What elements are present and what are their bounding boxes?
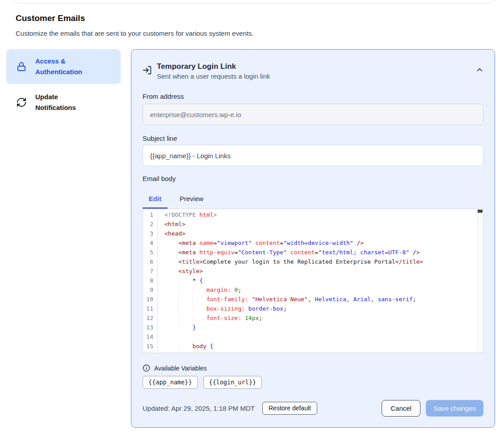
login-icon (143, 65, 152, 75)
cancel-button[interactable]: Cancel (382, 400, 420, 417)
email-settings-panel: Temporary Login Link Sent when a user re… (131, 49, 495, 428)
panel-title: Temporary Login Link (157, 61, 270, 72)
available-variables-label: Available Variables (154, 365, 207, 372)
sidebar-item-label: Update Notifications (35, 92, 98, 113)
subject-line-label: Subject line (143, 135, 483, 143)
from-address-input[interactable] (143, 104, 483, 125)
sidebar-item-label: Access & Authentication (35, 56, 98, 77)
variable-chips: {{app_name}} {{login_url}} (143, 376, 483, 389)
variable-chip-login-url[interactable]: {{login_url}} (203, 376, 262, 389)
panel-footer: Updated: Apr 29, 2025, 1:18 PM MDT Resto… (143, 400, 483, 417)
scrollbar-thumb[interactable] (478, 210, 483, 213)
sidebar-item-update-notifications[interactable]: Update Notifications (6, 92, 121, 113)
panel-subtitle: Sent when a user requests a login link (157, 72, 270, 80)
page-title: Customer Emails (16, 13, 85, 23)
editor-scrollbar[interactable] (477, 210, 483, 352)
chevron-up-icon[interactable] (476, 66, 483, 74)
tab-edit[interactable]: Edit (143, 191, 168, 209)
email-body-tabs: Edit Preview (143, 191, 483, 209)
variable-chip-app-name[interactable]: {{app_name}} (143, 376, 198, 389)
top-card-edge (13, 0, 494, 4)
updated-timestamp: Updated: Apr 29, 2025, 1:18 PM MDT (143, 404, 255, 412)
email-body-label: Email body (143, 175, 483, 183)
refresh-icon (16, 97, 27, 108)
subject-line-input[interactable] (143, 145, 483, 166)
tab-preview[interactable]: Preview (180, 191, 203, 209)
sidebar: Access & Authentication Update Notificat… (6, 49, 121, 113)
code-editor-lines: 1<!DOCTYPE html>2<html>3<head>4 <meta na… (143, 209, 483, 353)
sidebar-item-access-authentication[interactable]: Access & Authentication (6, 49, 121, 84)
page-subtitle: Customize the emails that are sent to yo… (16, 29, 254, 37)
from-address-label: From address (143, 93, 483, 101)
info-icon (143, 364, 150, 372)
available-variables-row: Available Variables (143, 364, 483, 372)
restore-default-button[interactable]: Restore default (262, 402, 317, 415)
code-editor[interactable]: 1<!DOCTYPE html>2<html>3<head>4 <meta na… (143, 209, 483, 353)
panel-header[interactable]: Temporary Login Link Sent when a user re… (143, 61, 483, 80)
save-changes-button[interactable]: Save changes (426, 400, 483, 417)
lock-icon (16, 61, 27, 72)
